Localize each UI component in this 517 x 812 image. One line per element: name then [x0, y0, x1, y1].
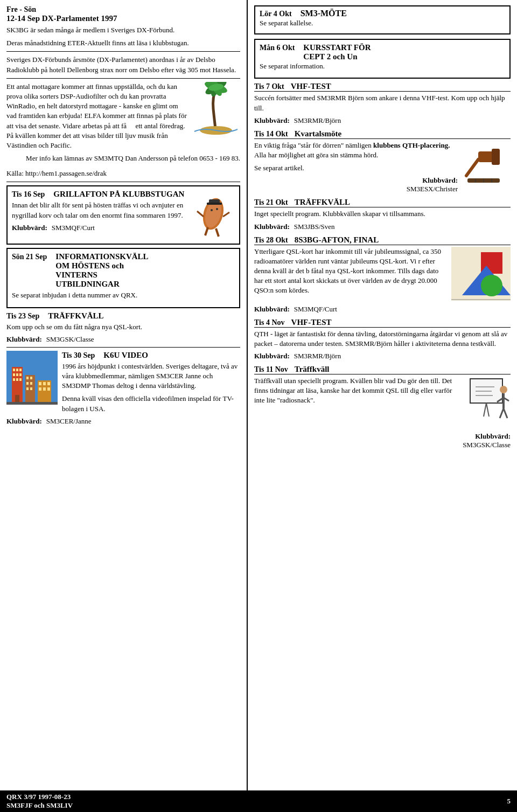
k6u-image: [6, 351, 58, 407]
svg-line-11: [223, 212, 229, 217]
svg-rect-23: [19, 373, 22, 376]
footer-page-number: 5: [507, 797, 511, 806]
divider2: [6, 78, 240, 79]
tis28okt-date: Tis 28 Okt: [254, 236, 288, 245]
svg-rect-22: [16, 373, 18, 376]
svg-rect-26: [19, 378, 22, 381]
svg-rect-21: [13, 373, 15, 376]
svg-rect-31: [26, 382, 29, 385]
svg-rect-39: [39, 387, 41, 391]
infokwall-date: Sön 21 Sep: [12, 253, 47, 261]
footer: QRX 3/97 1997-08-23 SM3FJF och SM3LIV 5: [0, 790, 517, 812]
svg-rect-37: [43, 382, 46, 385]
traffkvall-sep-title: TRÄFFKVÄLL: [48, 311, 103, 321]
lor4okt-header: Lör 4 Okt SM3-MÖTE: [260, 9, 505, 18]
tis21okt-klubbvard-name: SM3JBS/Sven: [294, 223, 335, 231]
infokwall-title: INFORMATIONSKVÄLLOM HÖSTENS ochVINTERNSU…: [55, 252, 148, 289]
svg-rect-34: [30, 387, 32, 390]
k6u-klubbvard-name: SM3CER/Janne: [46, 417, 92, 426]
tis14okt-klubbvard-label: Klubbvärd:: [422, 176, 458, 184]
dx-forbund-p2: Deras månadstidning ETER-Aktuellt finns …: [6, 38, 240, 48]
tis7okt-klubbvard-name: SM3RMR/Björn: [294, 116, 341, 125]
tis4nov-p1: QTH - läget är fantastiskt för denna täv…: [254, 329, 511, 349]
tis4nov-klubbvard-label: Klubbvärd:: [254, 352, 290, 360]
tis14okt-title: Kvartalsmöte: [295, 129, 341, 138]
svg-rect-15: [207, 203, 222, 205]
header-section: Fre - Sön 12-14 Sep DX-Parlamentet 1997 …: [6, 5, 240, 48]
tis28okt-klubbvard-name: SM3MQF/Curt: [294, 305, 337, 314]
svg-line-67: [504, 408, 507, 418]
main-content: Fre - Sön 12-14 Sep DX-Parlamentet 1997 …: [0, 0, 517, 790]
svg-rect-41: [47, 387, 50, 391]
man6okt-title: KURSSTART FÖRCEPT 2 och Un: [303, 43, 371, 61]
k6u-klubbvard-label: Klubbvärd:: [6, 417, 42, 426]
svg-rect-27: [15, 395, 19, 402]
tis11nov-klubbvard-label: Klubbvärd:: [475, 432, 511, 440]
grillafton-header: Tis 16 Sep GRILLAFTON PÅ KLUBBSTUGAN: [12, 190, 186, 199]
svg-point-13: [216, 208, 218, 210]
tis21okt-header: Tis 21 Okt TRÄFFKVÄLL: [254, 198, 511, 207]
tis7okt-klubbvard: Klubbvärd: SM3RMR/Björn: [254, 116, 511, 125]
tis7okt-p1: Succén fortsätter med SM3RMR Björn som a…: [254, 93, 511, 113]
svg-rect-33: [26, 387, 29, 390]
dx-parlamentet-title: 12-14 Sep DX-Parlamentet 1997: [6, 14, 240, 23]
left-column: Fre - Sön 12-14 Sep DX-Parlamentet 1997 …: [0, 0, 248, 790]
grillafton-content: Tis 16 Sep GRILLAFTON PÅ KLUBBSTUGAN Inn…: [12, 190, 235, 240]
tis11nov-klubbvard-block: Klubbvärd: SM3GSK/Classe: [254, 432, 511, 449]
grillafton-title: GRILLAFTON PÅ KLUBBSTUGAN: [53, 190, 184, 199]
svg-rect-29: [26, 377, 29, 379]
lor4okt-date: Lör 4 Okt: [260, 10, 292, 18]
tis11nov-header: Tis 11 Nov Träffkväll: [254, 365, 511, 374]
tis14okt-header: Tis 14 Okt Kvartalsmöte: [254, 129, 511, 139]
divider3: [6, 182, 240, 182]
svg-rect-25: [16, 378, 18, 381]
infokwall-header: Sön 21 Sep INFORMATIONSKVÄLLOM HÖSTENS o…: [12, 252, 235, 289]
k6u-title: K6U VIDEO: [103, 351, 148, 360]
svg-rect-24: [13, 378, 15, 381]
tis11nov-title: Träffkväll: [295, 365, 330, 374]
grillafton-klubbvard: Klubbvärd: SM3MQF/Curt: [12, 224, 186, 232]
svg-line-9: [216, 228, 219, 237]
tis7okt-header: Tis 7 Okt VHF-TEST: [254, 82, 511, 92]
tis14okt-image: [462, 141, 511, 191]
divider1: [6, 51, 240, 52]
tis21okt-klubbvard-label: Klubbvärd:: [254, 223, 290, 231]
svg-rect-18: [13, 369, 15, 371]
tis14okt-date: Tis 14 Okt: [254, 130, 288, 138]
tis11nov-klubbvard-name: SM3GSK/Classe: [463, 441, 511, 449]
mer-info-block: Mer info kan lämnas av SM3MTQ Dan Anders…: [6, 154, 240, 166]
footer-left: QRX 3/97 1997-08-23 SM3FJF och SM3LIV: [6, 793, 73, 810]
svg-rect-38: [47, 382, 50, 385]
man6okt-date: Mån 6 Okt: [260, 44, 295, 52]
tis7okt-date: Tis 7 Okt: [254, 82, 284, 91]
k6u-header: Tis 30 Sep K6U VIDEO: [62, 351, 240, 360]
tis21okt-date: Tis 21 Okt: [254, 198, 288, 207]
grillafton-klubbvard-label: Klubbvärd:: [12, 224, 47, 232]
tis11nov-content: Träffkväll utan speciellt program. Kväll…: [254, 376, 511, 432]
svg-rect-42: [6, 402, 58, 405]
svg-rect-44: [492, 149, 500, 165]
tis21okt-title: TRÄFFKVÄLL: [295, 198, 350, 207]
grillafton-date: Tis 16 Sep: [12, 190, 45, 199]
infokwall-section: Sön 21 Sep INFORMATIONSKVÄLLOM HÖSTENS o…: [6, 248, 240, 308]
grillafton-klubbvard-name: SM3MQF/Curt: [52, 224, 95, 232]
traffkvall-sep-klubbvard-label: Klubbvärd:: [6, 335, 42, 344]
tis4nov-klubbvard-name: SM3RMR/Björn: [294, 352, 341, 360]
tis11nov-image: [465, 376, 511, 432]
tis21okt-section: Tis 21 Okt TRÄFFKVÄLL Inget speciellt pr…: [254, 198, 511, 231]
tis4nov-section: Tis 4 Nov VHF-TEST QTH - läget är fantas…: [254, 318, 511, 360]
traffkvall-sep-date: Tis 23 Sep: [6, 312, 39, 321]
tis28okt-content: Ytterligare QSL-kort har inkommit till v…: [254, 247, 511, 305]
traffkvall-sep-p1: Kom upp och se om du fått några nya QSL-…: [6, 322, 240, 332]
traffkvall-sep-section: Tis 23 Sep TRÄFFKVÄLL Kom upp och se om …: [6, 311, 240, 344]
lor4okt-title: SM3-MÖTE: [301, 9, 347, 18]
svg-line-45: [466, 159, 478, 176]
footer-qrx: QRX 3/97 1997-08-23: [6, 793, 73, 801]
tis14okt-section: Tis 14 Okt Kvartalsmöte: [254, 129, 511, 194]
k6u-date: Tis 30 Sep: [62, 351, 95, 360]
svg-line-8: [205, 227, 208, 235]
svg-point-53: [481, 275, 502, 296]
arsmote-p: Sveriges DX-Förbunds årsmöte (DX-Parlame…: [6, 55, 240, 74]
right-column: Lör 4 Okt SM3-MÖTE Se separat kallelse. …: [248, 0, 517, 790]
lor4okt-p1: Se separat kallelse.: [260, 18, 505, 28]
